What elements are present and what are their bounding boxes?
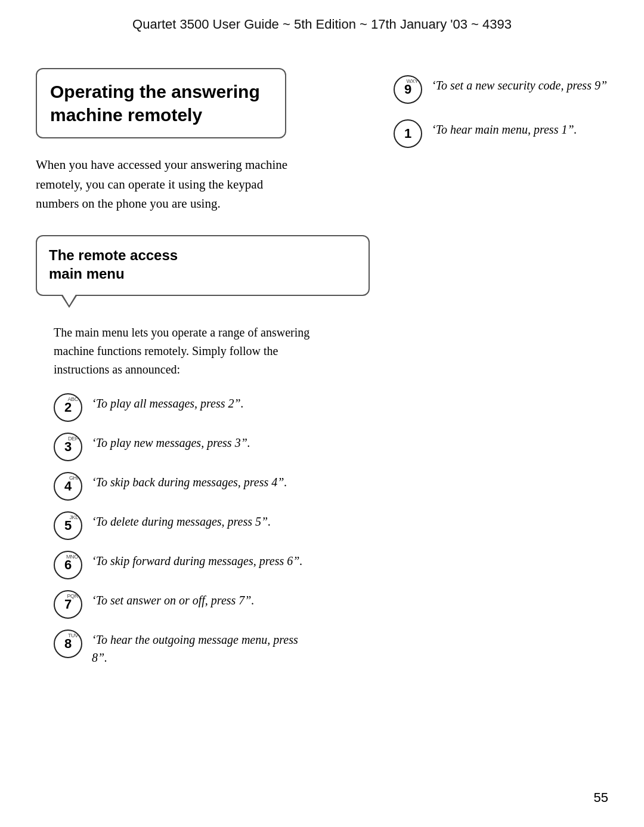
right-description: ‘To hear main menu, press 1”.: [432, 118, 577, 139]
key-letters: WXY: [406, 78, 418, 84]
menu-item: TUV 8 ‘To hear the outgoing message menu…: [54, 628, 370, 666]
menu-item: PQR 7 ‘To set answer on or off, press 7”…: [54, 589, 370, 619]
right-description: ‘To set a new security code, press 9”: [432, 74, 607, 95]
key-circle: TUV 8: [54, 629, 82, 658]
menu-description: ‘To delete during messages, press 5”.: [92, 510, 271, 530]
key-circle: WXY 9: [394, 75, 422, 104]
menu-item: ABC 2 ‘To play all messages, press 2”.: [54, 392, 370, 422]
menu-content: The main menu lets you operate a range o…: [36, 302, 370, 666]
section-title: Operating the answering machine remotely: [50, 80, 272, 126]
menu-item: DEF 3 ‘To play new messages, press 3”.: [54, 431, 370, 461]
key-circle: PQR 7: [54, 590, 82, 619]
right-column: WXY 9 ‘To set a new security code, press…: [394, 68, 608, 676]
key-circle: MNO 6: [54, 551, 82, 579]
key-letters: PQR: [67, 593, 78, 599]
menu-description: ‘To skip back during messages, press 4”.: [92, 471, 287, 491]
right-items-list: WXY 9 ‘To set a new security code, press…: [394, 74, 608, 148]
key-circle: DEF 3: [54, 433, 82, 461]
menu-description: ‘To play new messages, press 3”.: [92, 431, 250, 452]
key-letters: DEF: [68, 436, 78, 442]
page-number: 55: [594, 790, 608, 806]
key-circle: ABC 2: [54, 393, 82, 422]
menu-description: ‘To skip forward during messages, press …: [92, 550, 302, 570]
key-letters: GHI: [69, 475, 78, 481]
menu-description: ‘To play all messages, press 2”.: [92, 392, 244, 412]
key-circle: JKL 5: [54, 511, 82, 540]
menu-description: ‘To hear the outgoing message menu, pres…: [92, 628, 306, 666]
sub-section-title: The remote access main menu: [49, 246, 357, 283]
right-item: WXY 9 ‘To set a new security code, press…: [394, 74, 608, 104]
key-letters: JKL: [69, 514, 78, 520]
right-item: 1 ‘To hear main menu, press 1”.: [394, 118, 608, 148]
sub-section-box: The remote access main menu: [36, 235, 370, 296]
menu-item: GHI 4 ‘To skip back during messages, pre…: [54, 471, 370, 501]
left-column: Operating the answering machine remotely…: [36, 68, 370, 676]
intro-paragraph: When you have accessed your answering ma…: [36, 155, 292, 214]
page-header: Quartet 3500 User Guide ~ 5th Edition ~ …: [0, 0, 644, 32]
key-letters: MNO: [66, 554, 78, 560]
menu-intro-text: The main menu lets you operate a range o…: [54, 323, 316, 379]
key-letters: TUV: [68, 632, 78, 638]
key-circle: 1: [394, 119, 422, 148]
key-number: 1: [404, 126, 411, 141]
key-letters: ABC: [67, 396, 78, 402]
section-title-box: Operating the answering machine remotely: [36, 68, 286, 138]
menu-item: JKL 5 ‘To delete during messages, press …: [54, 510, 370, 540]
key-circle: GHI 4: [54, 472, 82, 501]
content-area: Operating the answering machine remotely…: [0, 32, 644, 676]
menu-items-list: ABC 2 ‘To play all messages, press 2”. D…: [54, 392, 370, 666]
menu-description: ‘To set answer on or off, press 7”.: [92, 589, 254, 609]
menu-item: MNO 6 ‘To skip forward during messages, …: [54, 550, 370, 579]
